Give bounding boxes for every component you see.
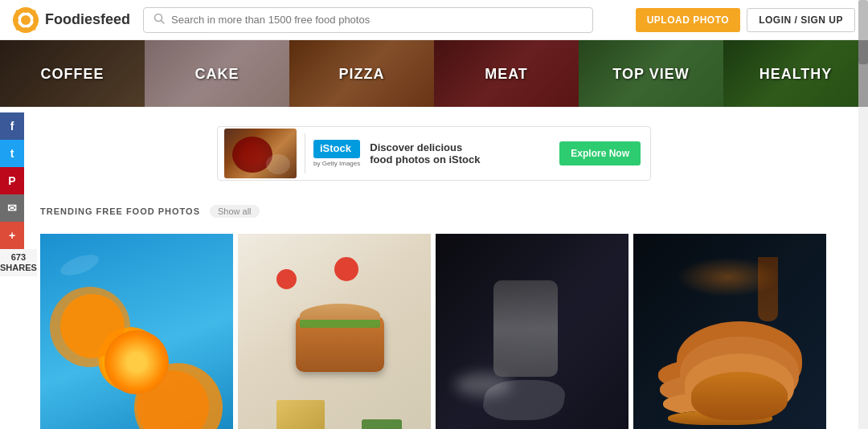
istock-sub: by Getty Images	[313, 160, 360, 167]
istock-logo: iStock by Getty Images	[313, 140, 360, 166]
ad-headline: Discover delicious	[370, 141, 559, 153]
search-icon	[154, 13, 165, 27]
logo[interactable]: Foodiesfeed	[13, 7, 130, 33]
category-cake-label: CAKE	[194, 65, 239, 82]
ad-text: Discover delicious food photos on iStock	[370, 141, 559, 165]
facebook-button[interactable]: f	[0, 112, 24, 140]
istock-brand: iStock	[313, 140, 360, 157]
ad-banner: iStock by Getty Images Discover deliciou…	[217, 126, 651, 181]
trending-section: TRENDING FREE FOOD PHOTOS Show all	[0, 197, 868, 234]
header-actions: UPLOAD PHOTO LOGIN / SIGN UP	[636, 8, 855, 32]
share-label: SHARES	[0, 263, 37, 272]
category-pizza-label: PIZZA	[339, 65, 385, 82]
trending-title: TRENDING FREE FOOD PHOTOS	[40, 206, 200, 216]
ad-headline2: food photos on iStock	[370, 153, 559, 165]
category-cake[interactable]: CAKE	[145, 40, 289, 107]
photo-card[interactable]	[238, 234, 431, 429]
search-bar[interactable]	[143, 7, 593, 33]
category-pizza[interactable]: PIZZA	[289, 40, 434, 107]
category-coffee[interactable]: COFFEE	[0, 40, 145, 107]
trending-header: TRENDING FREE FOOD PHOTOS Show all	[40, 205, 828, 218]
category-healthy-label: HEALTHY	[760, 65, 833, 82]
plus-button[interactable]: +	[0, 222, 24, 249]
header: Foodiesfeed UPLOAD PHOTO LOGIN / SIGN UP	[0, 0, 868, 40]
category-meat[interactable]: MEAT	[434, 40, 579, 107]
category-bar: COFFEE CAKE PIZZA MEAT TOP VIEW HEALTHY	[0, 40, 868, 107]
category-topview-label: TOP VIEW	[612, 65, 689, 82]
pinterest-button[interactable]: P	[0, 167, 24, 194]
share-number: 673	[11, 252, 26, 262]
category-healthy[interactable]: HEALTHY	[723, 40, 868, 107]
upload-button[interactable]: UPLOAD PHOTO	[636, 8, 740, 32]
category-coffee-label: COFFEE	[40, 65, 104, 82]
logo-icon	[13, 7, 39, 33]
login-button[interactable]: LOGIN / SIGN UP	[747, 8, 855, 32]
svg-point-2	[21, 15, 31, 25]
category-topview[interactable]: TOP VIEW	[579, 40, 723, 107]
search-input[interactable]	[171, 14, 583, 26]
photo-card[interactable]	[40, 234, 233, 429]
svg-line-12	[162, 20, 165, 23]
show-all-link[interactable]: Show all	[210, 205, 260, 218]
photo-grid	[0, 234, 868, 429]
photo-card[interactable]	[436, 234, 628, 429]
category-meat-label: MEAT	[485, 65, 528, 82]
twitter-button[interactable]: t	[0, 140, 24, 167]
social-sidebar: f t P ✉ + 673 SHARES	[0, 112, 37, 276]
email-button[interactable]: ✉	[0, 194, 24, 222]
logo-text: Foodiesfeed	[45, 11, 130, 28]
photo-card[interactable]	[633, 234, 826, 429]
share-count: 673 SHARES	[0, 249, 37, 276]
ad-explore-button[interactable]: Explore Now	[559, 141, 641, 165]
